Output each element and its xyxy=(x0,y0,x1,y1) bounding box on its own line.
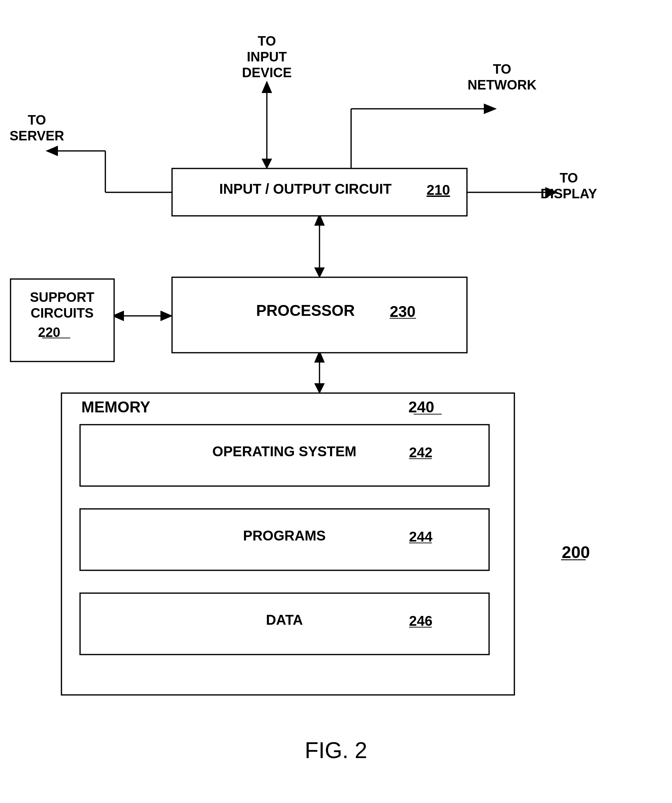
main-diagram: TO SERVER TO INPUT DEVICE TO NETWORK TO … xyxy=(0,0,672,803)
processor-ref: 230 xyxy=(390,303,415,320)
to-network-line2: NETWORK xyxy=(468,78,537,92)
data-label: DATA xyxy=(266,612,303,627)
os-ref: 242 xyxy=(409,445,433,460)
programs-label: PROGRAMS xyxy=(243,528,326,543)
memory-label: MEMORY xyxy=(81,398,150,416)
to-input-device-line2: INPUT xyxy=(247,49,287,64)
support-circuits-ref: 220 xyxy=(38,325,60,340)
processor-label: PROCESSOR xyxy=(256,302,355,319)
io-circuit-ref: 210 xyxy=(426,182,450,198)
data-ref: 246 xyxy=(409,613,433,629)
to-input-device-line3: DEVICE xyxy=(242,65,291,80)
to-server-line1: TO xyxy=(28,113,46,127)
programs-ref: 244 xyxy=(409,529,433,545)
to-network-line1: TO xyxy=(493,62,511,76)
to-display-line1: TO xyxy=(560,171,578,185)
support-circuits-label1: SUPPORT xyxy=(30,290,94,305)
support-circuits-label2: CIRCUITS xyxy=(31,306,93,320)
to-input-device-line1: TO xyxy=(258,34,276,49)
io-circuit-label: INPUT / OUTPUT CIRCUIT xyxy=(219,181,392,197)
system-ref-200: 200 xyxy=(562,543,590,562)
os-label: OPERATING SYSTEM xyxy=(212,444,356,459)
memory-ref: 240 xyxy=(408,398,434,416)
to-server-line2: SERVER xyxy=(10,128,64,143)
figure-caption: FIG. 2 xyxy=(305,738,367,763)
